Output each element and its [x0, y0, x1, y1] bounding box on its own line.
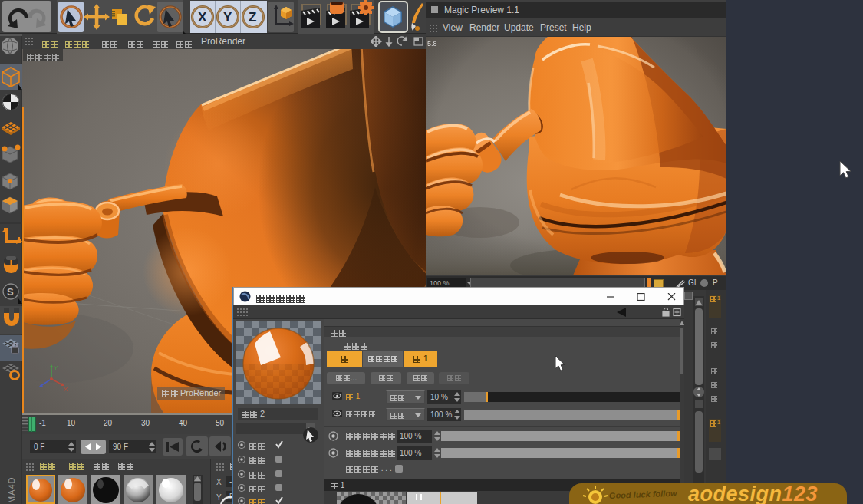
svg-text:Y: Y [54, 364, 58, 371]
svg-text:Z: Z [249, 10, 256, 25]
svg-text:MA4D: MA4D [7, 476, 16, 503]
svg-text:Y: Y [223, 10, 232, 25]
svg-text:X: X [64, 386, 68, 393]
svg-text:S: S [7, 286, 14, 298]
svg-text:5.8: 5.8 [427, 40, 437, 48]
svg-text:X: X [198, 10, 207, 25]
